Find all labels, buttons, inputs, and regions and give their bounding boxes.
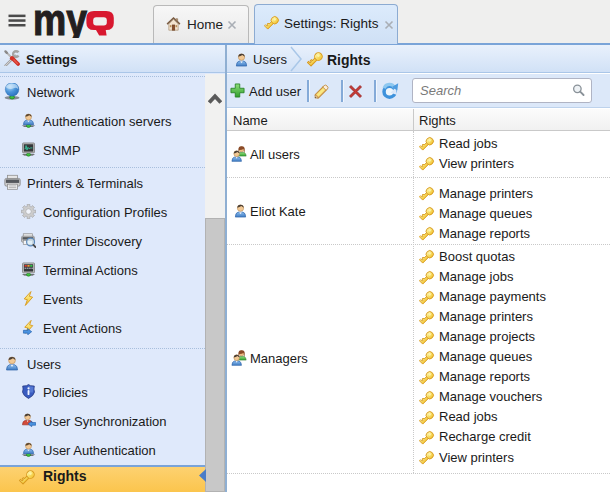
svg-text:my: my: [33, 5, 87, 38]
